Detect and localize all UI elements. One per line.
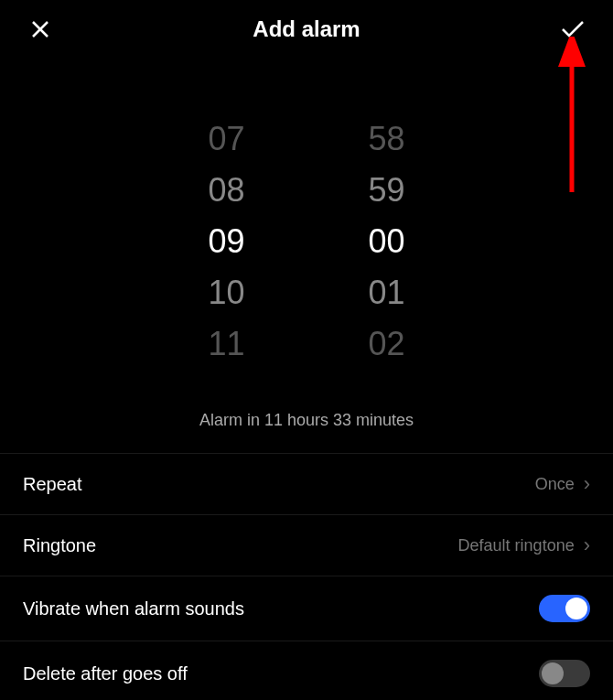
vibrate-label: Vibrate when alarm sounds [23, 598, 244, 619]
repeat-value: Once [535, 475, 575, 494]
check-icon [560, 20, 586, 38]
ringtone-row[interactable]: Ringtone Default ringtone › [0, 515, 613, 576]
chevron-right-icon: › [584, 472, 590, 496]
hour-picker[interactable]: 07 08 09 10 11 [208, 113, 244, 370]
page-title: Add alarm [253, 16, 360, 42]
close-icon [29, 18, 51, 40]
repeat-row[interactable]: Repeat Once › [0, 454, 613, 515]
vibrate-row: Vibrate when alarm sounds [0, 576, 613, 641]
hour-option[interactable]: 11 [208, 318, 244, 370]
minute-option[interactable]: 02 [369, 318, 405, 370]
minute-option[interactable]: 01 [369, 267, 405, 318]
repeat-label: Repeat [23, 474, 82, 495]
hour-option[interactable]: 07 [208, 113, 244, 165]
ringtone-value: Default ringtone [458, 536, 575, 555]
toggle-knob [565, 598, 587, 619]
confirm-button[interactable] [560, 16, 586, 42]
chevron-right-icon: › [584, 533, 590, 557]
delete-after-row: Delete after goes off [0, 641, 613, 700]
alarm-countdown: Alarm in 11 hours 33 minutes [0, 397, 613, 453]
delete-after-label: Delete after goes off [23, 663, 188, 684]
hour-option[interactable]: 10 [208, 267, 244, 318]
toggle-knob [542, 662, 564, 684]
hour-option[interactable]: 08 [208, 165, 244, 216]
settings-list: Repeat Once › Ringtone Default ringtone … [0, 453, 613, 700]
minute-option[interactable]: 59 [369, 165, 405, 216]
delete-after-toggle[interactable] [539, 660, 590, 687]
minute-selected[interactable]: 00 [369, 216, 405, 267]
hour-selected[interactable]: 09 [208, 216, 244, 267]
ringtone-label: Ringtone [23, 535, 96, 556]
minute-picker[interactable]: 58 59 00 01 02 [369, 113, 405, 370]
minute-option[interactable]: 58 [369, 113, 405, 165]
close-button[interactable] [27, 16, 53, 42]
time-picker: 07 08 09 10 11 58 59 00 01 02 [0, 59, 613, 397]
vibrate-toggle[interactable] [539, 595, 590, 622]
